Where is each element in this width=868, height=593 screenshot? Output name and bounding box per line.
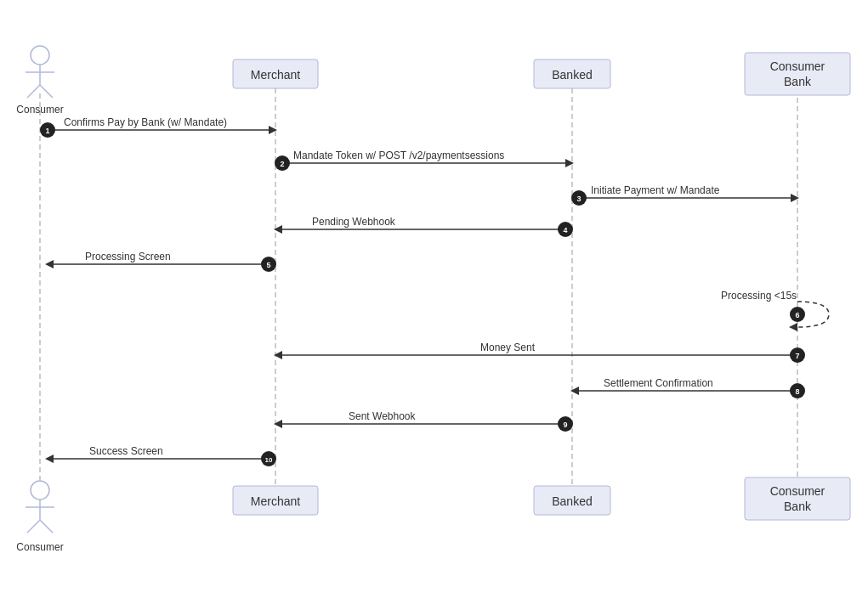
- svg-rect-27: [534, 486, 610, 515]
- svg-point-59: [40, 122, 55, 138]
- svg-rect-28: [745, 477, 850, 520]
- svg-text:1: 1: [45, 127, 49, 135]
- svg-text:7: 7: [795, 352, 799, 360]
- svg-point-65: [558, 222, 573, 237]
- svg-marker-7: [565, 159, 574, 167]
- svg-text:Banked: Banked: [552, 494, 592, 508]
- sequence-diagram: Merchant Banked Consumer Bank Merchant B…: [0, 0, 868, 593]
- svg-text:Confirms Pay by Bank (w/ Manda: Confirms Pay by Bank (w/ Mandate): [64, 116, 227, 128]
- svg-text:Consumer: Consumer: [16, 104, 63, 116]
- svg-point-61: [275, 155, 290, 171]
- svg-marker-9: [791, 194, 799, 202]
- svg-marker-11: [274, 225, 282, 234]
- svg-text:Success Screen: Success Screen: [89, 445, 163, 457]
- svg-point-67: [261, 257, 276, 272]
- svg-text:Processing Screen: Processing Screen: [85, 251, 171, 263]
- svg-text:Mandate Token w/ POST /v2/paym: Mandate Token w/ POST /v2/paymentsession…: [293, 150, 504, 161]
- svg-line-40: [27, 85, 40, 98]
- svg-point-37: [31, 46, 49, 65]
- svg-text:Processing <15s: Processing <15s: [721, 290, 797, 302]
- svg-text:Bank: Bank: [784, 500, 812, 513]
- svg-text:Money Sent: Money Sent: [480, 342, 536, 353]
- svg-point-77: [261, 451, 276, 466]
- svg-point-69: [790, 307, 805, 322]
- svg-text:Consumer: Consumer: [16, 541, 63, 553]
- svg-line-41: [40, 85, 53, 98]
- svg-rect-26: [233, 486, 318, 515]
- svg-marker-22: [45, 455, 54, 463]
- svg-marker-20: [274, 420, 282, 428]
- svg-text:Consumer: Consumer: [770, 59, 825, 73]
- svg-rect-24: [534, 59, 610, 88]
- svg-point-73: [790, 383, 805, 398]
- svg-text:Banked: Banked: [552, 68, 592, 82]
- svg-marker-13: [45, 260, 54, 268]
- svg-line-46: [40, 520, 53, 533]
- svg-text:8: 8: [795, 387, 799, 396]
- svg-point-75: [558, 416, 573, 432]
- svg-text:9: 9: [563, 421, 567, 429]
- svg-text:Merchant: Merchant: [251, 68, 300, 82]
- svg-text:10: 10: [265, 456, 273, 464]
- svg-marker-18: [570, 387, 579, 395]
- svg-rect-25: [745, 53, 850, 95]
- svg-marker-14: [789, 323, 797, 331]
- diagram-svg: Merchant Banked Consumer Bank Merchant B…: [0, 0, 868, 593]
- svg-point-42: [31, 481, 49, 500]
- svg-text:Pending Webhook: Pending Webhook: [312, 216, 396, 228]
- svg-line-45: [27, 520, 40, 533]
- svg-text:Initiate Payment w/ Mandate: Initiate Payment w/ Mandate: [591, 184, 720, 196]
- svg-marker-16: [274, 351, 282, 359]
- svg-text:5: 5: [266, 261, 270, 269]
- svg-text:6: 6: [795, 311, 799, 319]
- svg-text:4: 4: [563, 226, 567, 234]
- svg-point-71: [790, 347, 805, 363]
- svg-text:Bank: Bank: [784, 75, 812, 88]
- svg-marker-5: [269, 126, 277, 134]
- svg-text:Merchant: Merchant: [251, 494, 300, 508]
- svg-point-63: [571, 190, 587, 206]
- svg-text:Consumer: Consumer: [770, 484, 825, 498]
- svg-text:Settlement Confirmation: Settlement Confirmation: [604, 377, 713, 389]
- svg-text:Sent Webhook: Sent Webhook: [349, 410, 416, 422]
- svg-text:3: 3: [576, 195, 581, 203]
- svg-rect-23: [233, 59, 318, 88]
- svg-text:2: 2: [280, 160, 284, 168]
